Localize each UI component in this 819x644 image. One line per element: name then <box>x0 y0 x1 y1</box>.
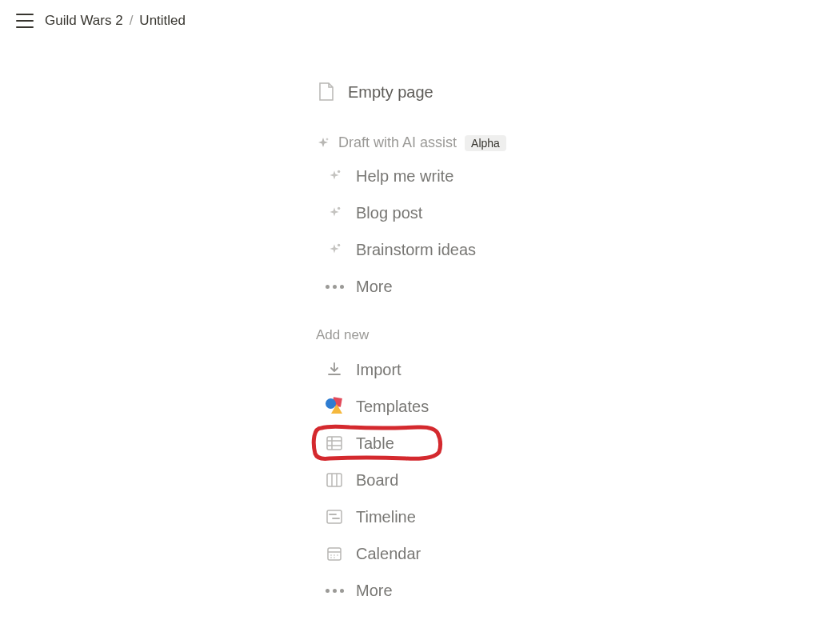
breadcrumb: Guild Wars 2 / Untitled <box>45 13 186 29</box>
import-icon <box>324 359 345 380</box>
option-label: More <box>356 278 393 296</box>
svg-point-1 <box>338 207 340 210</box>
timeline-option[interactable]: Timeline <box>316 498 668 535</box>
ai-brainstorm-ideas[interactable]: Brainstorm ideas <box>316 231 668 268</box>
menu-toggle-icon[interactable] <box>16 14 34 28</box>
option-label: More <box>356 582 393 600</box>
option-label: Import <box>356 361 402 379</box>
breadcrumb-parent[interactable]: Guild Wars 2 <box>45 13 123 29</box>
import-option[interactable]: Import <box>316 351 668 388</box>
option-label: Calendar <box>356 545 421 563</box>
board-icon <box>324 470 345 490</box>
calendar-option[interactable]: Calendar <box>316 535 668 572</box>
table-option[interactable]: Table <box>316 425 668 462</box>
templates-icon <box>324 396 345 417</box>
ai-section-title: Draft with AI assist <box>338 134 457 151</box>
option-label: Timeline <box>356 508 416 526</box>
ai-section-header: Draft with AI assist Alpha <box>316 134 668 151</box>
sparkle-icon <box>324 239 345 260</box>
option-label: Templates <box>356 398 429 416</box>
alpha-badge: Alpha <box>465 135 506 151</box>
more-icon <box>324 276 345 297</box>
svg-point-19 <box>334 557 335 558</box>
page-icon <box>316 82 337 102</box>
breadcrumb-separator: / <box>130 13 134 29</box>
option-label: Help me write <box>356 167 453 186</box>
svg-rect-7 <box>327 474 342 486</box>
empty-page-label: Empty page <box>348 83 433 102</box>
option-label: Brainstorm ideas <box>356 241 476 259</box>
option-label: Table <box>356 434 394 453</box>
breadcrumb-current[interactable]: Untitled <box>139 13 186 29</box>
ai-blog-post[interactable]: Blog post <box>316 194 668 231</box>
svg-rect-10 <box>327 510 342 523</box>
board-option[interactable]: Board <box>316 462 668 498</box>
sparkle-icon <box>316 136 330 150</box>
option-label: Blog post <box>356 204 422 222</box>
svg-point-2 <box>338 244 340 246</box>
more-icon <box>324 580 345 601</box>
templates-option[interactable]: Templates <box>316 388 668 425</box>
empty-page-option[interactable]: Empty page <box>316 74 668 110</box>
svg-point-17 <box>337 554 338 556</box>
svg-rect-3 <box>327 437 342 450</box>
timeline-icon <box>324 506 345 527</box>
sparkle-icon <box>324 202 345 223</box>
svg-point-0 <box>338 170 340 173</box>
add-new-title: Add new <box>316 327 668 343</box>
sparkle-icon <box>324 166 345 186</box>
table-icon <box>324 433 345 454</box>
calendar-icon <box>324 543 345 564</box>
add-new-more[interactable]: More <box>316 572 668 609</box>
ai-help-me-write[interactable]: Help me write <box>316 158 668 194</box>
option-label: Board <box>356 471 398 490</box>
ai-more[interactable]: More <box>316 268 668 305</box>
svg-point-15 <box>330 554 332 556</box>
svg-point-18 <box>330 557 332 558</box>
svg-point-16 <box>334 554 335 556</box>
